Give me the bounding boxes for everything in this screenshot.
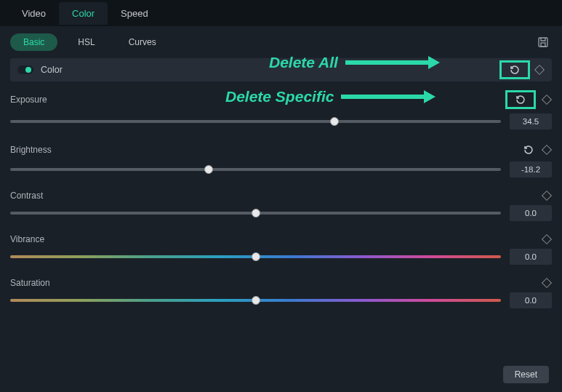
- reset-icon: [523, 144, 534, 156]
- tab-video[interactable]: Video: [9, 2, 59, 25]
- color-section-title: Color: [41, 65, 63, 75]
- contrast-label: Contrast: [10, 191, 43, 201]
- reset-icon: [509, 64, 521, 76]
- brightness-reset-button[interactable]: [521, 143, 536, 157]
- property-contrast: Contrast 0.0: [10, 191, 552, 221]
- reset-all-button[interactable]: [499, 60, 530, 79]
- color-toggle[interactable]: [17, 65, 33, 74]
- reset-icon: [515, 94, 526, 105]
- vibrance-keyframe-button[interactable]: [542, 234, 552, 244]
- vibrance-value[interactable]: 0.0: [510, 249, 552, 265]
- sub-tabs-row: Basic HSL Curves: [10, 33, 552, 51]
- sub-tabs: Basic HSL Curves: [10, 33, 169, 51]
- brightness-label: Brightness: [10, 145, 52, 155]
- tab-color[interactable]: Color: [59, 2, 108, 25]
- contrast-slider[interactable]: [10, 207, 501, 219]
- subtab-hsl[interactable]: HSL: [65, 33, 108, 51]
- svg-rect-1: [541, 43, 545, 47]
- reset-button[interactable]: Reset: [503, 366, 549, 383]
- vibrance-slider[interactable]: [10, 251, 501, 263]
- exposure-value[interactable]: 34.5: [510, 113, 552, 129]
- subtab-basic[interactable]: Basic: [10, 33, 57, 51]
- contrast-slider-thumb[interactable]: [252, 209, 260, 217]
- property-vibrance: Vibrance 0.0: [10, 234, 552, 265]
- save-icon: [537, 36, 549, 48]
- exposure-slider[interactable]: [10, 116, 501, 127]
- saturation-label: Saturation: [10, 278, 50, 288]
- brightness-keyframe-button[interactable]: [542, 145, 552, 155]
- saturation-value[interactable]: 0.0: [510, 292, 552, 308]
- keyframe-button[interactable]: [534, 65, 545, 75]
- property-brightness: Brightness -18.2: [10, 143, 552, 177]
- color-section-header: Color: [10, 58, 552, 81]
- vibrance-label: Vibrance: [10, 234, 44, 244]
- exposure-slider-thumb[interactable]: [330, 117, 339, 126]
- exposure-label: Exposure: [10, 95, 47, 105]
- property-exposure: Exposure 34.5: [10, 90, 552, 129]
- saturation-slider[interactable]: [10, 295, 501, 306]
- color-panel: Basic HSL Curves Color Delete All Delete…: [0, 26, 562, 392]
- contrast-value[interactable]: 0.0: [510, 205, 552, 221]
- saturation-keyframe-button[interactable]: [542, 278, 552, 288]
- vibrance-slider-thumb[interactable]: [252, 252, 260, 261]
- brightness-slider[interactable]: [10, 164, 501, 175]
- tab-speed[interactable]: Speed: [108, 2, 161, 25]
- property-saturation: Saturation 0.0: [10, 278, 552, 308]
- exposure-keyframe-button[interactable]: [542, 95, 552, 105]
- contrast-keyframe-button[interactable]: [542, 191, 552, 201]
- saturation-slider-thumb[interactable]: [252, 296, 260, 305]
- exposure-reset-button[interactable]: [505, 90, 536, 109]
- svg-rect-0: [539, 38, 547, 47]
- subtab-curves[interactable]: Curves: [116, 33, 169, 51]
- save-preset-button[interactable]: [534, 33, 552, 51]
- brightness-slider-thumb[interactable]: [204, 165, 213, 174]
- brightness-value[interactable]: -18.2: [510, 161, 552, 177]
- top-tabs: Video Color Speed: [0, 0, 562, 26]
